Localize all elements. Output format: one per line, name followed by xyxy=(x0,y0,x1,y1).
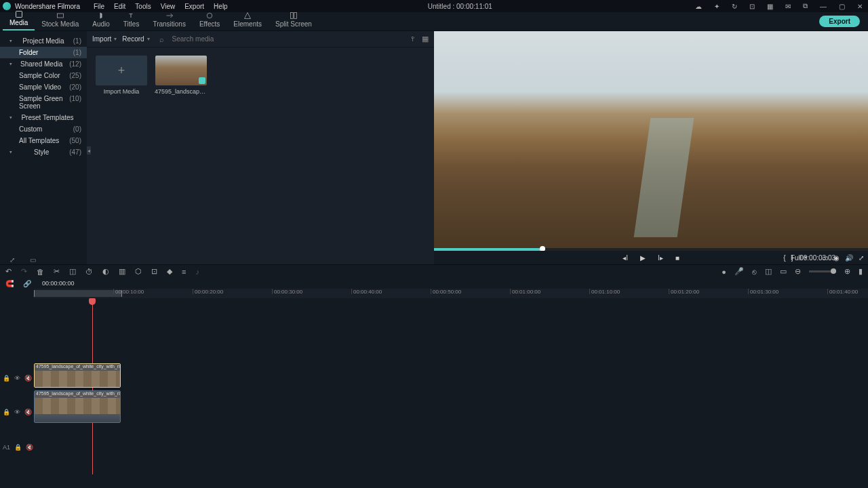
prev-frame-button[interactable]: ◂I xyxy=(623,254,628,262)
menu-edit[interactable]: Edit xyxy=(114,3,125,10)
close-icon[interactable]: ✕ xyxy=(854,3,865,10)
ruler-tick: 00:00:30:00 xyxy=(272,289,302,294)
tab-transitions[interactable]: Transitions xyxy=(146,10,193,30)
menu-tools[interactable]: Tools xyxy=(135,3,151,10)
magnet-icon[interactable]: 🧲 xyxy=(5,280,14,287)
volume-icon[interactable]: 🔊 xyxy=(845,254,853,262)
tab-elements[interactable]: Elements xyxy=(226,10,269,30)
track-icon[interactable]: ▭ xyxy=(780,267,787,276)
voice-icon[interactable]: 🎤 xyxy=(734,267,744,276)
record-dropdown[interactable]: Record▾ xyxy=(122,35,149,43)
tab-audio[interactable]: Audio xyxy=(85,10,117,30)
zoom-slider[interactable] xyxy=(809,270,836,272)
track-lock-icon[interactable]: 🔒 xyxy=(3,375,10,382)
audio-icon[interactable]: ♪ xyxy=(195,268,199,276)
refresh-icon[interactable]: ↻ xyxy=(729,3,740,10)
tab-titles[interactable]: TTitles xyxy=(117,10,146,30)
sidebar-item[interactable]: All Templates(50) xyxy=(0,135,87,146)
sidebar-item[interactable]: Sample Video(20) xyxy=(0,81,87,93)
sidebar-item[interactable]: Sample Green Screen(10) xyxy=(0,93,87,112)
video-clip-2[interactable]: 47595_landscape_of_white_city_with_river… xyxy=(34,390,121,423)
mask-icon[interactable]: ⬡ xyxy=(135,267,142,276)
more-icon[interactable]: ≡ xyxy=(182,268,186,276)
record-tl-icon[interactable]: ● xyxy=(722,268,726,276)
sparkle-icon[interactable]: ✦ xyxy=(711,3,722,10)
export-button[interactable]: Export xyxy=(819,16,860,27)
link-icon[interactable]: 🔗 xyxy=(23,280,31,287)
track-mute-icon[interactable]: 🔇 xyxy=(24,375,32,382)
snapshot-icon[interactable]: ◉ xyxy=(833,254,840,262)
fit-icon[interactable]: ▮ xyxy=(859,267,863,276)
sidebar-item[interactable]: Style(47) xyxy=(0,146,87,158)
track-lock-icon[interactable]: 🔒 xyxy=(3,409,10,415)
cloud-icon[interactable]: ☁ xyxy=(692,3,705,10)
zoom-in-icon[interactable]: ⊕ xyxy=(844,267,850,276)
menu-view[interactable]: View xyxy=(161,3,176,10)
maximize-icon[interactable]: ▢ xyxy=(836,3,848,10)
tab-split-screen[interactable]: Split Screen xyxy=(269,10,319,30)
mark-out-icon[interactable]: } xyxy=(791,254,793,262)
sidebar-item[interactable]: Folder(1) xyxy=(0,47,87,58)
fullscreen-icon[interactable]: ⤢ xyxy=(859,254,864,262)
menu-help[interactable]: Help xyxy=(214,3,228,10)
grid-view-icon[interactable]: ▦ xyxy=(422,35,429,43)
tab-effects[interactable]: Effects xyxy=(193,10,226,30)
motion-icon[interactable]: ⊡ xyxy=(151,267,157,276)
sidebar-item[interactable]: Project Media(1) xyxy=(0,35,87,47)
sidebar-item[interactable]: Sample Color(25) xyxy=(0,70,87,81)
delete-icon[interactable]: 🗑 xyxy=(37,268,44,276)
media-thumbnail[interactable] xyxy=(155,56,207,85)
mark-in-icon[interactable]: { xyxy=(783,254,785,262)
track-mute-icon[interactable]: 🔇 xyxy=(24,409,32,415)
keyframe-icon[interactable]: ◆ xyxy=(167,267,172,276)
ruler-selection[interactable] xyxy=(34,290,122,297)
notification-icon[interactable]: ⊡ xyxy=(747,3,757,10)
new-folder-icon[interactable]: ▭ xyxy=(30,256,36,264)
tab-media[interactable]: Media xyxy=(3,9,35,30)
import-dropdown[interactable]: Import▾ xyxy=(92,35,117,43)
chevron-down-icon: ▾ xyxy=(114,36,117,42)
green-screen-icon[interactable]: ▥ xyxy=(119,267,125,276)
sidebar-item[interactable]: Custom(0) xyxy=(0,123,87,135)
track-visible-icon[interactable]: 👁 xyxy=(14,409,20,415)
message-icon[interactable]: ✉ xyxy=(783,3,793,10)
sidebar-collapse-icon[interactable]: ◂ xyxy=(87,146,91,155)
grid-icon[interactable]: ▦ xyxy=(764,3,776,10)
track-visible-icon[interactable]: 👁 xyxy=(14,375,20,382)
menu-file[interactable]: File xyxy=(94,3,104,10)
stop-button[interactable]: ■ xyxy=(675,254,679,262)
track-lock-icon[interactable]: 🔒 xyxy=(14,444,22,451)
split-icon[interactable]: ✂ xyxy=(54,267,60,276)
video-clip-1[interactable]: 47595_landscape_of_white_city_with_river… xyxy=(34,363,121,388)
zoom-out-icon[interactable]: ⊖ xyxy=(795,267,801,276)
sidebar-item[interactable]: Shared Media(12) xyxy=(0,58,87,70)
timeline-ruler[interactable]: 00:00:10:0000:00:20:0000:00:30:0000:00:4… xyxy=(34,289,868,298)
window-controls: ☁ ✦ ↻ ⊡ ▦ ✉ ⧉ — ▢ ✕ xyxy=(692,2,865,10)
minimize-icon[interactable]: — xyxy=(817,3,829,10)
mixer-icon[interactable]: ⎋ xyxy=(752,268,757,276)
menu-bar: File Edit Tools View Export Help xyxy=(94,3,228,10)
compare-icon[interactable]: ▭ xyxy=(822,254,828,262)
svg-rect-0 xyxy=(16,12,22,18)
speed-icon[interactable]: ⏱ xyxy=(85,268,93,276)
tab-stock-media[interactable]: Stock Media xyxy=(35,10,85,30)
next-frame-button[interactable]: I▸ xyxy=(658,254,663,262)
play-button[interactable]: ▶ xyxy=(640,254,646,262)
search-icon: ⌕ xyxy=(159,35,164,43)
devices-icon[interactable]: ⧉ xyxy=(800,2,810,10)
expand-icon[interactable]: ⤢ xyxy=(9,256,15,264)
preview-viewport[interactable] xyxy=(434,31,868,248)
track-header-v2: 🔒 👁 🔇 xyxy=(0,365,34,392)
sidebar-item[interactable]: Preset Templates xyxy=(0,112,87,123)
menu-export[interactable]: Export xyxy=(184,3,204,10)
undo-icon[interactable]: ↶ xyxy=(5,267,12,276)
track-mute-icon[interactable]: 🔇 xyxy=(26,444,33,451)
redo-icon[interactable]: ↷ xyxy=(21,267,27,276)
import-media-button[interactable]: + xyxy=(96,56,147,85)
filter-icon[interactable]: ⫯ xyxy=(411,35,415,43)
search-input[interactable] xyxy=(170,35,406,43)
marker-tl-icon[interactable]: ◫ xyxy=(765,267,772,276)
crop-icon[interactable]: ◫ xyxy=(69,267,76,276)
ruler-start-tc: 00:00:00:00 xyxy=(42,280,75,287)
color-icon[interactable]: ◐ xyxy=(102,267,109,276)
